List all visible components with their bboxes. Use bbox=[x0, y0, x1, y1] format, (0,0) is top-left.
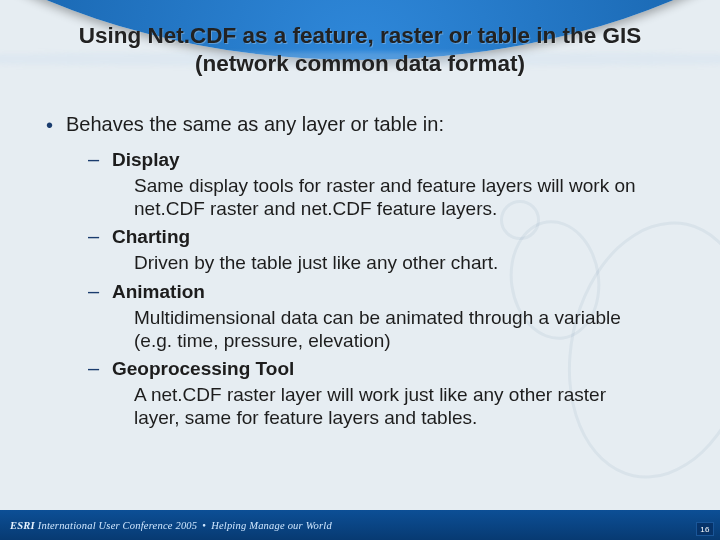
footer-text: International User Conference 2005 bbox=[38, 520, 198, 531]
slide: Using Net.CDF as a feature, raster or ta… bbox=[0, 0, 720, 540]
page-number: 16 bbox=[696, 522, 714, 536]
footer-brand: ESRI bbox=[10, 520, 35, 531]
title-line-1: Using Net.CDF as a feature, raster or ta… bbox=[79, 23, 642, 48]
dot-icon: • bbox=[202, 520, 206, 531]
bullet-main-text: Behaves the same as any layer or table i… bbox=[66, 113, 444, 135]
title-line-2: (network common data format) bbox=[195, 51, 525, 76]
sub-bullet: Display Same display tools for raster an… bbox=[80, 147, 692, 220]
sub-bullet-label: Animation bbox=[112, 281, 205, 302]
sub-bullet-body: Same display tools for raster and featur… bbox=[134, 174, 654, 220]
sub-bullet-body: Multidimensional data can be animated th… bbox=[134, 306, 654, 352]
sub-bullet-label: Geoprocessing Tool bbox=[112, 358, 294, 379]
footer-tagline: Helping Manage our World bbox=[211, 520, 332, 531]
sub-bullet: Animation Multidimensional data can be a… bbox=[80, 279, 692, 352]
sub-bullet-body: A net.CDF raster layer will work just li… bbox=[134, 383, 654, 429]
slide-body: Behaves the same as any layer or table i… bbox=[42, 112, 692, 439]
sub-bullet-label: Display bbox=[112, 149, 180, 170]
sub-bullet-body: Driven by the table just like any other … bbox=[134, 251, 654, 274]
sub-bullet-label: Charting bbox=[112, 226, 190, 247]
sub-bullet: Geoprocessing Tool A net.CDF raster laye… bbox=[80, 356, 692, 429]
sub-bullet: Charting Driven by the table just like a… bbox=[80, 224, 692, 274]
slide-footer: ESRI International User Conference 2005 … bbox=[0, 510, 720, 540]
slide-title: Using Net.CDF as a feature, raster or ta… bbox=[0, 22, 720, 78]
bullet-main: Behaves the same as any layer or table i… bbox=[42, 112, 692, 429]
